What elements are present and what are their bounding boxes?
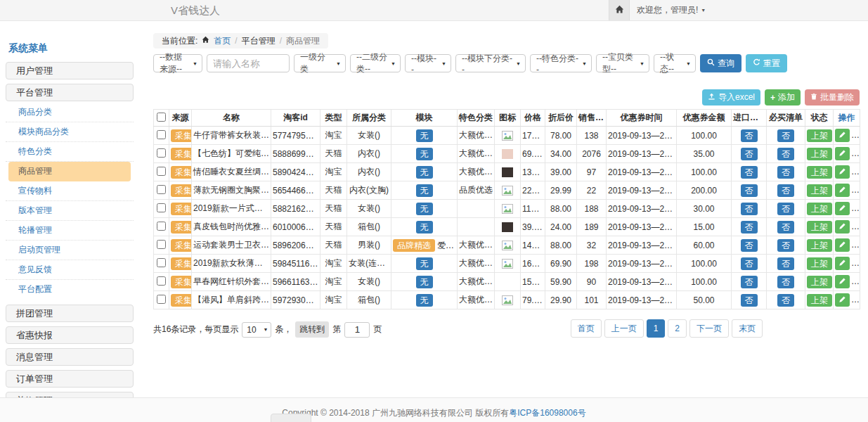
edit-button[interactable] — [835, 129, 850, 142]
must-buy-toggle[interactable]: 否 — [777, 221, 794, 234]
import-select-toggle[interactable]: 否 — [741, 276, 758, 288]
edit-button[interactable] — [835, 165, 850, 179]
must-buy-toggle[interactable]: 否 — [777, 239, 794, 252]
user-menu[interactable]: 欢迎您，管理员!▼ — [637, 0, 706, 20]
level1-category-select[interactable]: 一级分类▼ — [294, 54, 346, 72]
sidebar-subitem[interactable]: 轮播管理 — [6, 221, 134, 241]
row-checkbox[interactable] — [157, 295, 166, 304]
import-select-toggle[interactable]: 否 — [741, 184, 758, 197]
import-select-toggle[interactable]: 否 — [741, 129, 758, 142]
sidebar-subitem[interactable]: 版本管理 — [6, 201, 134, 221]
row-checkbox[interactable] — [157, 276, 166, 286]
feature-category-select[interactable]: --特色分类--▼ — [530, 54, 592, 72]
search-button[interactable]: 查询 — [700, 54, 741, 72]
status-toggle[interactable]: 上架 — [807, 184, 832, 197]
status-toggle[interactable]: 上架 — [807, 221, 832, 234]
reset-button[interactable]: 重置 — [746, 54, 787, 72]
breadcrumb: 当前位置: 首页 / 平台管理 / 商品管理 — [153, 33, 328, 49]
sidebar-item[interactable]: 兑换管理 — [6, 392, 134, 397]
pager-item[interactable]: 2 — [668, 319, 687, 338]
pager-item[interactable]: 首页 — [571, 319, 602, 338]
row-checkbox[interactable] — [157, 185, 166, 194]
status-toggle[interactable]: 上架 — [807, 129, 832, 142]
jump-page-input[interactable] — [344, 322, 370, 338]
edit-button[interactable] — [835, 202, 850, 215]
item-type-select[interactable]: --宝贝类型--▼ — [596, 54, 649, 72]
status-toggle[interactable]: 上架 — [807, 276, 832, 288]
edit-button[interactable] — [835, 257, 850, 270]
must-buy-toggle[interactable]: 否 — [777, 294, 794, 307]
row-checkbox[interactable] — [157, 203, 166, 212]
import-select-toggle[interactable]: 否 — [741, 239, 758, 252]
must-buy-toggle[interactable]: 否 — [777, 184, 794, 197]
pager-item[interactable]: 上一页 — [604, 319, 644, 338]
pager-item[interactable]: 下一页 — [689, 319, 729, 338]
icp-link[interactable]: 粤ICP备16098006号 — [509, 408, 585, 418]
batch-delete-button[interactable]: 批量删除 — [805, 89, 860, 106]
sidebar-subitem[interactable]: 模块商品分类 — [6, 122, 134, 142]
sidebar-item-platform-mgmt[interactable]: 平台管理 — [6, 84, 134, 101]
module-subcategory-select[interactable]: --模块下分类--▼ — [455, 54, 526, 72]
source-filter-select[interactable]: --数据来源--▼ — [153, 54, 202, 72]
import-select-toggle[interactable]: 否 — [741, 148, 758, 160]
breadcrumb-home-link[interactable]: 首页 — [214, 35, 231, 47]
name-search-input[interactable] — [207, 54, 290, 72]
welcome-text: 欢迎您，管理员! — [637, 5, 698, 15]
discount-price-cell: 29.90 — [545, 291, 577, 309]
sidebar-subitem[interactable]: 商品管理 — [8, 162, 131, 181]
pager-item[interactable]: 末页 — [732, 319, 763, 338]
add-button[interactable]: + 添加 — [765, 89, 801, 106]
edit-button[interactable] — [835, 184, 850, 197]
import-select-toggle[interactable]: 否 — [741, 221, 758, 234]
must-buy-toggle[interactable]: 否 — [777, 276, 794, 288]
import-select-toggle[interactable]: 否 — [741, 166, 758, 179]
status-toggle[interactable]: 上架 — [807, 166, 832, 179]
sidebar-item[interactable]: 消息管理 — [6, 348, 134, 366]
select-all-checkbox[interactable] — [157, 113, 166, 122]
jump-button[interactable]: 跳转到 — [295, 321, 329, 338]
import-select-toggle[interactable]: 否 — [741, 257, 758, 270]
home-button[interactable] — [609, 0, 630, 20]
sidebar-item[interactable]: 拼团管理 — [6, 305, 134, 322]
pager-item[interactable]: 1 — [647, 319, 666, 338]
must-buy-toggle[interactable]: 否 — [777, 257, 794, 270]
sidebar-subitem[interactable]: 平台配置 — [6, 280, 134, 299]
price-cell: 139.00 — [521, 163, 545, 181]
must-buy-toggle[interactable]: 否 — [777, 203, 794, 215]
status-toggle[interactable]: 上架 — [807, 148, 832, 160]
import-select-toggle[interactable]: 否 — [741, 294, 758, 307]
status-toggle[interactable]: 上架 — [807, 239, 832, 252]
row-checkbox[interactable] — [157, 240, 166, 249]
status-select[interactable]: --状态--▼ — [654, 54, 696, 72]
sidebar-item[interactable]: 订单管理 — [6, 370, 134, 388]
edit-button[interactable] — [835, 275, 850, 288]
per-page-select[interactable]: 10▼ — [242, 322, 271, 338]
must-buy-toggle[interactable]: 否 — [777, 166, 794, 179]
sidebar-item[interactable]: 省惠快报 — [6, 326, 134, 344]
must-buy-toggle[interactable]: 否 — [777, 129, 794, 142]
sidebar-subitem[interactable]: 启动页管理 — [6, 241, 134, 260]
edit-button[interactable] — [835, 293, 850, 307]
row-checkbox[interactable] — [157, 167, 166, 176]
status-toggle[interactable]: 上架 — [807, 294, 832, 307]
edit-button[interactable] — [835, 147, 850, 160]
sidebar-subitem[interactable]: 特色分类 — [6, 142, 134, 162]
edit-button[interactable] — [835, 220, 850, 234]
must-buy-toggle[interactable]: 否 — [777, 148, 794, 160]
row-checkbox[interactable] — [157, 222, 166, 231]
status-toggle[interactable]: 上架 — [807, 257, 832, 270]
sidebar-subitem[interactable]: 商品分类 — [6, 103, 134, 122]
module-select[interactable]: --模块--▼ — [405, 54, 451, 72]
status-toggle[interactable]: 上架 — [807, 203, 832, 215]
level2-category-select[interactable]: --二级分类--▼ — [350, 54, 401, 72]
chevron-down-icon: ▼ — [391, 61, 396, 66]
edit-button[interactable] — [835, 238, 850, 252]
import-excel-button[interactable]: 导入excel — [702, 89, 760, 106]
import-select-toggle[interactable]: 否 — [741, 203, 758, 215]
sidebar-subitem[interactable]: 宣传物料 — [6, 181, 134, 201]
sidebar-subitem[interactable]: 意见反馈 — [6, 260, 134, 280]
row-checkbox[interactable] — [157, 130, 166, 139]
sidebar-item-user-mgmt[interactable]: 用户管理 — [6, 62, 134, 79]
row-checkbox[interactable] — [157, 258, 166, 267]
row-checkbox[interactable] — [157, 148, 166, 158]
